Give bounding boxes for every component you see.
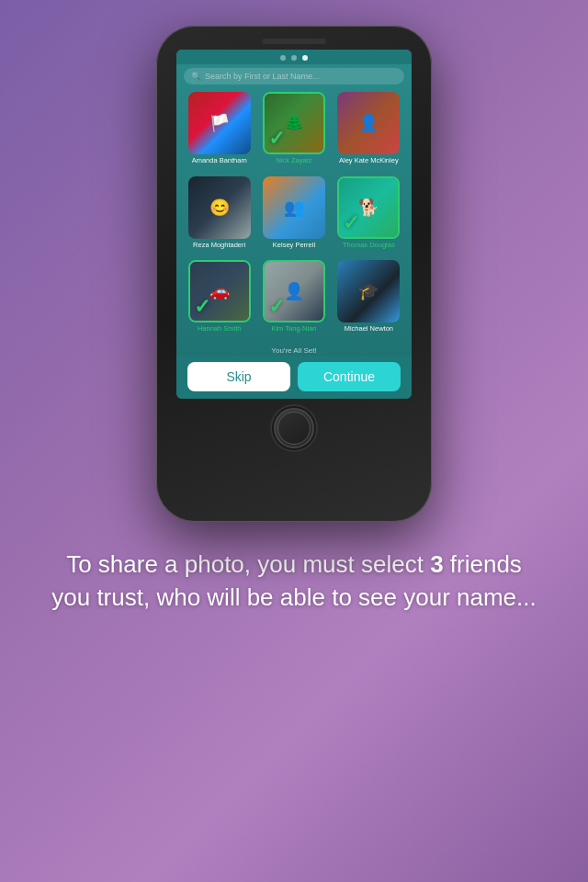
friend-avatar-hannah: 🚗 ✓ bbox=[188, 260, 251, 322]
friend-avatar-aley: 👤 bbox=[337, 92, 400, 154]
status-text: You're All Set! bbox=[176, 345, 412, 356]
friend-name-nick: Nick Zayatz bbox=[276, 156, 311, 164]
checkmark-nick: ✓ bbox=[268, 129, 285, 149]
friends-grid: 🏳️ Amanda Bantham 🌲 ✓ Nick Zayatz 👤 Aley… bbox=[176, 88, 412, 345]
friend-name-kim: Kim Tang-Nian bbox=[271, 324, 316, 333]
checkmark-kim: ✓ bbox=[268, 297, 285, 317]
checkmark-thomas: ✓ bbox=[343, 213, 359, 233]
description-highlight: 3 bbox=[430, 550, 443, 578]
pagination-dots bbox=[176, 50, 412, 64]
continue-button[interactable]: Continue bbox=[298, 362, 401, 391]
home-button[interactable] bbox=[274, 408, 314, 448]
friend-name-michael: Michael Newton bbox=[345, 324, 393, 333]
skip-button[interactable]: Skip bbox=[187, 362, 290, 391]
friend-avatar-kelsey: 👥 bbox=[263, 176, 325, 239]
friend-avatar-nick: 🌲 ✓ bbox=[263, 92, 325, 154]
friend-name-hannah: Hannah Smith bbox=[198, 324, 242, 333]
dot-2 bbox=[291, 55, 297, 61]
action-buttons: Skip Continue bbox=[176, 356, 412, 399]
friend-cell-kelsey[interactable]: 👥 Kelsey Perrell bbox=[258, 176, 329, 257]
description-text: To share a photo, you must select 3 frie… bbox=[28, 548, 560, 615]
friend-cell-aley[interactable]: 👤 Aley Kate McKinley bbox=[334, 92, 404, 173]
friend-cell-kim[interactable]: 👤 ✓ Kim Tang-Nian bbox=[258, 260, 329, 341]
friend-cell-amanda[interactable]: 🏳️ Amanda Bantham bbox=[184, 92, 254, 173]
friend-avatar-reza: 😊 bbox=[188, 176, 251, 239]
friend-name-reza: Reza Moghtaderi bbox=[193, 241, 245, 249]
friend-name-thomas: Thomas Douglas bbox=[343, 241, 395, 249]
friend-avatar-michael: 🎓 bbox=[337, 260, 400, 322]
friend-cell-reza[interactable]: 😊 Reza Moghtaderi bbox=[184, 176, 254, 257]
dot-1 bbox=[280, 55, 286, 61]
phone-device: 🔍 Search by First or Last Name... 🏳️ Ama… bbox=[156, 26, 432, 522]
search-bar[interactable]: 🔍 Search by First or Last Name... bbox=[184, 68, 404, 85]
friend-cell-thomas[interactable]: 🐕 ✓ Thomas Douglas bbox=[334, 176, 404, 257]
friend-avatar-kim: 👤 ✓ bbox=[263, 260, 325, 322]
search-input[interactable]: Search by First or Last Name... bbox=[205, 72, 320, 81]
friend-cell-nick[interactable]: 🌲 ✓ Nick Zayatz bbox=[258, 92, 329, 173]
friend-cell-hannah[interactable]: 🚗 ✓ Hannah Smith bbox=[184, 260, 254, 341]
search-icon: 🔍 bbox=[191, 72, 201, 81]
checkmark-hannah: ✓ bbox=[194, 297, 210, 317]
friend-name-amanda: Amanda Bantham bbox=[192, 156, 247, 164]
description-prefix: To share a photo, you must select bbox=[66, 550, 430, 578]
home-button-inner bbox=[277, 412, 311, 445]
friend-avatar-amanda: 🏳️ bbox=[188, 92, 251, 154]
dot-3 bbox=[302, 55, 308, 61]
friend-avatar-thomas: 🐕 ✓ bbox=[337, 176, 400, 239]
phone-speaker bbox=[262, 39, 326, 44]
phone-screen: 🔍 Search by First or Last Name... 🏳️ Ama… bbox=[176, 50, 412, 399]
friend-name-aley: Aley Kate McKinley bbox=[339, 156, 399, 164]
friend-name-kelsey: Kelsey Perrell bbox=[273, 241, 315, 249]
friend-cell-michael[interactable]: 🎓 Michael Newton bbox=[334, 260, 404, 341]
